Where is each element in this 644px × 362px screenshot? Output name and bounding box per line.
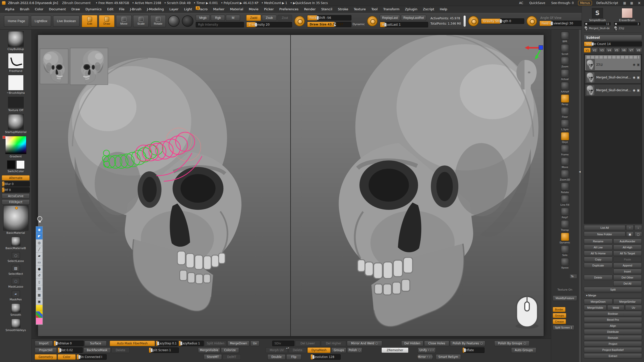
shelf-icon[interactable]: Floor	[553, 107, 577, 120]
bottom-bar-control[interactable]: DelMT	[223, 354, 241, 360]
left-tray-item[interactable]: SelectLasso	[2, 252, 30, 263]
titlebar-button[interactable]: QuickSave	[528, 1, 547, 5]
subtool-action-button[interactable]: Weld	[607, 305, 624, 310]
swatch-pink-icon[interactable]	[36, 318, 43, 325]
bottom-bar-control[interactable]: Geometry	[35, 354, 57, 360]
bottom-bar-control[interactable]: Dist 0.02	[58, 347, 83, 353]
subtool-action-button[interactable]: AutoReorder	[613, 239, 642, 244]
shelf-icon[interactable]: PolyF	[553, 208, 577, 220]
subtool-action-button[interactable]: Distribute	[584, 329, 642, 334]
bottom-bar-control[interactable]: DynaMesh	[307, 347, 331, 353]
menu-item[interactable]: J-Brush	[128, 7, 144, 12]
shelf-icon[interactable]: Frame	[553, 145, 577, 157]
visibility-eye-icon[interactable]: ◉	[633, 88, 635, 92]
folder-up-icon[interactable]: ▣	[626, 232, 634, 237]
subtool-action-button[interactable]: All To Target	[613, 251, 642, 256]
left-tray-control[interactable]: Alternate	[2, 175, 30, 180]
subtool-action-button[interactable]: Bevel Pro	[584, 317, 642, 322]
left-tray-item[interactable]: Texture Off	[2, 97, 30, 112]
paint-mode-button[interactable]: M	[226, 15, 240, 21]
bottom-bar-control[interactable]: SDiv	[272, 341, 294, 346]
dynamic-label[interactable]: Dynamic	[352, 23, 365, 26]
subtool-item[interactable]: Merged_Skull-decimation2_4 ◉ ▣	[585, 84, 641, 96]
shelf-icon[interactable]: Zoom3D	[553, 170, 577, 183]
menu-item[interactable]: Brush	[17, 7, 32, 12]
mode-button[interactable]: Scale	[133, 15, 149, 27]
subtool-action-button[interactable]: Align	[584, 323, 642, 328]
shelf-group-button[interactable]: Groups	[553, 313, 566, 318]
menu-item[interactable]: Light	[181, 7, 194, 12]
bottom-bar-control[interactable]: Uv	[250, 341, 259, 346]
quick-brush-slot[interactable]: S SimpleBrush 11 Merged_Skull-de	[584, 8, 611, 30]
subtool-action-button[interactable]: Del Other	[613, 275, 642, 280]
left-tray-item[interactable]: FreeHand	[2, 53, 30, 73]
palette-config-icon[interactable]: ▦	[622, 1, 627, 5]
bottom-bar-control[interactable]	[341, 357, 417, 357]
left-tray-item[interactable]: Smooth	[2, 303, 30, 316]
swatch-multi-icon[interactable]	[36, 311, 43, 318]
menu-item[interactable]: Layer	[167, 7, 181, 12]
bottom-bar-control[interactable]: Unify	[418, 347, 436, 353]
visibility-eye-icon[interactable]: ◉	[633, 63, 635, 66]
folder-icon[interactable]: ▣	[637, 76, 640, 79]
replay-button[interactable]: ReplayLast	[380, 15, 400, 21]
subtool-action-button[interactable]: Paste	[613, 257, 642, 262]
titlebar-button[interactable]: AC	[517, 1, 525, 5]
light-bulb-icon[interactable]	[37, 216, 42, 221]
folder-icon[interactable]: ▣	[637, 88, 640, 92]
subtool-action-button[interactable]: Del All	[613, 281, 642, 286]
menu-item[interactable]: Texture	[351, 7, 368, 12]
version-tab[interactable]: V2	[591, 48, 598, 53]
left-tray-item[interactable]: MaskPen	[2, 291, 30, 301]
gravity-icon[interactable]	[468, 16, 479, 26]
bottom-bar-control[interactable]: Delete	[289, 347, 307, 353]
menu-item[interactable]: File	[116, 7, 127, 12]
paint-mode-button[interactable]: Rgb	[211, 15, 225, 21]
folder-down-icon[interactable]: ▢	[634, 232, 642, 237]
gravity-slider[interactable]: Gravity Strength 0	[481, 18, 524, 24]
menu-item[interactable]: Zplugin	[403, 7, 420, 12]
subtool-action-button[interactable]: All High	[613, 245, 642, 250]
left-tray-item[interactable]: ~BrushAlpha	[2, 75, 30, 95]
nav-button[interactable]: Live Boolean	[53, 16, 79, 27]
bottom-bar-control[interactable]	[107, 343, 109, 343]
subtool-action-button[interactable]: Remesh	[584, 335, 642, 340]
subtool-item[interactable]: Merged_Skull-decimation2 ◉ ▣	[585, 71, 641, 83]
left-tray-control[interactable]: AccuCurve	[2, 193, 30, 199]
mode-button[interactable]: Rotate	[150, 15, 166, 27]
move-down-button[interactable]: ↓	[634, 225, 642, 230]
eye-icon[interactable]: ◉	[36, 227, 43, 233]
shelf-group-button[interactable]: Crease	[553, 319, 566, 324]
subtool-action-button[interactable]: All Low	[584, 245, 613, 250]
subtool-action-button[interactable]: Insert	[613, 269, 642, 274]
left-tray-item[interactable]: MaskLasso	[2, 278, 30, 288]
menu-item[interactable]: Help	[437, 7, 450, 12]
new-folder-button[interactable]: New Folder	[584, 232, 625, 237]
alpha-picker-button[interactable]	[182, 15, 193, 27]
subtool-item[interactable]: 23강 ◉ ▣	[585, 55, 641, 71]
pen-circle-icon[interactable]: ◎	[36, 240, 43, 246]
titlebar-button[interactable]: See-through- 0	[549, 1, 576, 5]
bottom-bar-control[interactable]: Mirror	[418, 354, 433, 360]
layout-config-icon[interactable]: ▦	[629, 1, 634, 5]
bottom-bar-control[interactable]: Import	[35, 341, 53, 346]
left-tray-item[interactable]: SwitchColor	[2, 160, 30, 173]
bottom-bar-control[interactable]: Delete	[111, 347, 130, 353]
subtool-edit-icons[interactable]	[587, 56, 639, 59]
bottom-bar-control[interactable]: BackfaceMask	[84, 347, 111, 353]
shelf-icon[interactable]: Solo	[553, 245, 577, 258]
subtool-action-button[interactable]: Rename	[584, 239, 613, 244]
bottom-bar-control[interactable]: Resolution 128	[310, 354, 341, 360]
printer-icon[interactable]: ▤	[36, 285, 43, 292]
bottom-bar-control[interactable]: ProjectAll	[35, 347, 57, 353]
list-all-button[interactable]: List All	[584, 225, 625, 230]
focal-shift-slider[interactable]: Focal Shift -56	[307, 15, 351, 21]
menu-item[interactable]: Color	[32, 7, 46, 12]
draw-size-icon[interactable]	[294, 16, 305, 26]
bottom-bar-control[interactable]	[433, 357, 435, 357]
menu-item[interactable]: Movie	[246, 7, 261, 12]
bottom-bar-control[interactable]	[242, 357, 267, 357]
visibility-eye-icon[interactable]: ◉	[633, 76, 635, 79]
replay-button[interactable]: ReplayLastRel	[401, 15, 426, 21]
bottom-bar-control[interactable]: Split Screen 1	[149, 347, 179, 353]
